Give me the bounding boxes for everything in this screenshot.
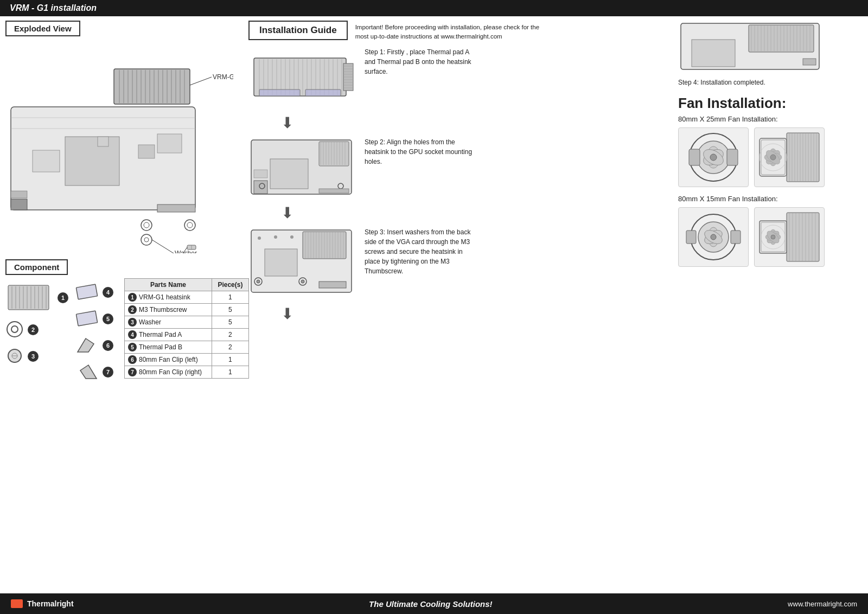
page-header: VRM - G1 installation (0, 0, 868, 16)
step2-image (248, 137, 357, 199)
svg-point-25 (187, 222, 193, 228)
page-title: VRM - G1 installation (10, 3, 97, 12)
svg-rect-37 (11, 191, 27, 198)
svg-point-169 (710, 154, 717, 161)
pieces-cell: 5 (212, 304, 248, 316)
fan-25mm-images (678, 127, 863, 187)
svg-point-197 (711, 234, 716, 240)
svg-rect-39 (98, 137, 108, 146)
footer-logo: Thermalright (11, 599, 74, 608)
item-num-7: 7 (103, 367, 113, 378)
svg-rect-112 (319, 189, 349, 193)
table-row: 3Washer 5 (125, 316, 249, 329)
step1-image (248, 47, 357, 108)
component-item-5: 5 (75, 309, 113, 328)
step3-text: Step 3: Insert washers from the back sid… (365, 227, 473, 276)
pieces-cell: 1 (212, 366, 248, 379)
left-panel: Exploded View (5, 21, 244, 589)
row-num-circle: 6 (128, 355, 137, 364)
parts-name-cell: 680mm Fan Clip (left) (125, 354, 212, 366)
svg-marker-60 (78, 338, 94, 352)
installation-guide-label: Installation Guide (248, 21, 348, 40)
table-row: 680mm Fan Clip (left) 1 (125, 354, 249, 366)
svg-point-189 (770, 155, 776, 160)
guide-notice: Important! Before proceeding with instal… (355, 23, 540, 42)
item-num-1: 1 (58, 292, 68, 303)
svg-rect-160 (692, 40, 735, 67)
fan-15mm-image-1 (678, 207, 749, 267)
svg-point-135 (301, 280, 304, 283)
svg-rect-193 (731, 231, 741, 244)
svg-rect-83 (259, 89, 300, 96)
table-row: 1VRM-G1 heatsink 1 (125, 291, 249, 304)
step1-arrow: ⬇ (281, 114, 674, 132)
svg-rect-38 (33, 150, 60, 172)
svg-rect-161 (803, 59, 816, 65)
fan-installation-title: Fan Installation: (678, 95, 863, 112)
step3-arrow: ⬇ (281, 305, 674, 323)
svg-point-24 (184, 220, 195, 231)
row-num-circle: 4 (128, 330, 137, 339)
footer-website: www.thermalright.com (788, 600, 857, 608)
svg-text:Washer: Washer (175, 250, 197, 253)
parts-table: Parts Name Piece(s) 1VRM-G1 heatsink 1 2… (124, 278, 249, 379)
parts-name-cell: 780mm Fan Clip (right) (125, 366, 212, 379)
steps-container: Step 1: Firstly , place Thermal pad A an… (248, 47, 674, 325)
pieces-cell: 2 (212, 329, 248, 341)
footer-tagline: The Ultimate Cooling Solutions! (369, 599, 493, 609)
svg-rect-59 (76, 311, 97, 326)
svg-rect-164 (689, 149, 700, 165)
svg-rect-140 (749, 25, 814, 52)
svg-rect-192 (686, 231, 696, 244)
svg-point-23 (144, 222, 149, 228)
step3-image (248, 227, 357, 299)
svg-rect-109 (254, 170, 267, 178)
table-row: 4Thermal Pad A 2 (125, 329, 249, 341)
svg-point-22 (141, 220, 152, 231)
parts-table-container: Parts Name Piece(s) 1VRM-G1 heatsink 1 2… (124, 278, 249, 379)
brand-name: Thermalright (27, 599, 74, 608)
fan-clip-image-2 (754, 127, 825, 187)
fan-15mm-images (678, 207, 863, 267)
step2-arrow: ⬇ (281, 204, 674, 222)
item-num-6: 6 (103, 340, 113, 351)
row-num-circle: 2 (128, 305, 137, 314)
svg-rect-131 (319, 282, 346, 288)
item-num-5: 5 (103, 314, 113, 324)
parts-name-cell: 4Thermal Pad A (125, 329, 212, 341)
pieces-cell: 2 (212, 341, 248, 354)
parts-name-cell: 5Thermal Pad B (125, 341, 212, 354)
svg-rect-36 (11, 199, 27, 210)
fan-15mm-image-2 (754, 207, 825, 267)
middle-panel: Installation Guide Important! Before pro… (248, 21, 674, 589)
table-row: 2M3 Thumbscrew 5 (125, 304, 249, 316)
table-row: 780mm Fan Clip (right) 1 (125, 366, 249, 379)
svg-rect-40 (138, 145, 155, 158)
step4-section: Step 4: Installation completed. (678, 21, 863, 86)
pieces-cell: 1 (212, 291, 248, 304)
right-panel: Step 4: Installation completed. Fan Inst… (678, 21, 863, 589)
footer: Thermalright The Ultimate Cooling Soluti… (0, 593, 868, 614)
row-num-circle: 5 (128, 343, 137, 351)
exploded-view-label: Exploded View (5, 21, 80, 36)
parts-name-cell: 3Washer (125, 316, 212, 329)
component-item-1: 1 (5, 283, 68, 312)
svg-rect-198 (787, 213, 819, 261)
fan-clip-image-1 (678, 127, 749, 187)
svg-rect-107 (270, 159, 308, 189)
svg-rect-130 (265, 249, 297, 276)
svg-point-27 (144, 238, 149, 242)
svg-point-54 (11, 326, 18, 332)
svg-rect-42 (8, 285, 49, 310)
svg-point-215 (771, 235, 775, 239)
exploded-view-section: Exploded View (5, 21, 244, 254)
svg-rect-58 (76, 284, 97, 299)
row-num-circle: 7 (128, 368, 137, 376)
item-num-3: 3 (28, 351, 39, 362)
component-item-6: 6 (75, 336, 113, 355)
component-label: Component (5, 259, 68, 275)
item-num-4: 4 (103, 287, 113, 298)
svg-rect-21 (157, 204, 195, 212)
svg-marker-61 (80, 365, 97, 379)
svg-point-136 (258, 236, 261, 240)
